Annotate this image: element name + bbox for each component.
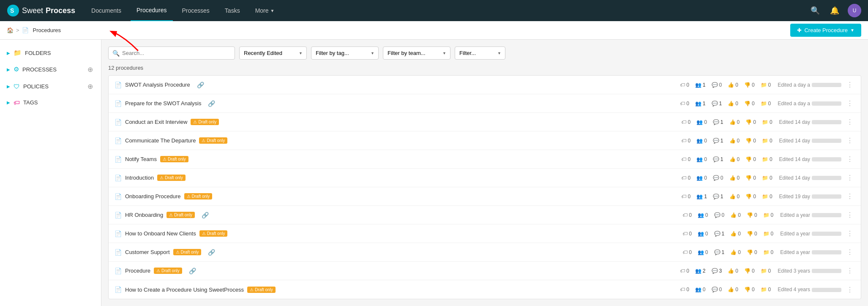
stat-likes: 👍 0 <box>728 101 738 107</box>
nav-documents[interactable]: Documents <box>85 0 127 21</box>
procedure-link-7[interactable]: HR Onboarding <box>125 212 163 218</box>
row-edited-time: Edited 19 day <box>779 194 841 199</box>
breadcrumb-home[interactable]: 🏠 <box>7 27 14 33</box>
row-title-cell: SWOT Analysis Procedure 🔗 <box>125 82 680 88</box>
row-doc-icon: 📄 <box>115 212 122 219</box>
row-menu-button[interactable]: ⋮ <box>845 80 855 90</box>
comments-stat-icon: 💬 <box>712 287 718 292</box>
create-procedure-button[interactable]: ✚ Create Procedure ▼ <box>790 24 861 37</box>
link-icon[interactable]: 🔗 <box>197 82 204 88</box>
row-menu-button[interactable]: ⋮ <box>845 210 855 220</box>
stat-comments: 💬 0 <box>712 82 722 88</box>
procedure-link-5[interactable]: Introduction <box>125 175 154 181</box>
table-row: 📄 How to Create a Procedure Using SweetP… <box>109 280 861 299</box>
dislikes-stat-icon: 👎 <box>744 268 751 274</box>
sidebar-item-policies[interactable]: ▶ 🛡 POLICIES ⊕ <box>0 78 101 95</box>
create-btn-arrow-icon: ▼ <box>850 28 854 33</box>
users-stat-count: 0 <box>705 249 708 255</box>
users-stat-icon: 👥 <box>696 194 703 199</box>
row-menu-button[interactable]: ⋮ <box>845 247 855 257</box>
create-btn-label: Create Procedure <box>804 27 848 33</box>
tag-stat-icon: 🏷 <box>680 287 685 292</box>
dislikes-stat-count: 0 <box>753 119 756 125</box>
likes-stat-icon: 👍 <box>728 82 734 88</box>
sidebar-item-folders[interactable]: ▶ 📁 FOLDERS <box>0 45 101 61</box>
procedure-link-2[interactable]: Conduct an Exit Interview <box>125 119 187 125</box>
stat-tags: 🏷 0 <box>680 287 689 292</box>
files-stat-icon: 📁 <box>762 156 768 162</box>
dislikes-stat-icon: 👎 <box>744 101 751 107</box>
users-stat-count: 0 <box>705 212 708 218</box>
sidebar-item-processes[interactable]: ▶ ⚙ PROCESSES ⊕ <box>0 61 101 78</box>
stat-files: 📁 0 <box>762 156 772 162</box>
users-stat-count: 2 <box>703 268 706 274</box>
files-stat-count: 0 <box>770 194 772 199</box>
comments-stat-count: 1 <box>722 249 725 255</box>
row-menu-button[interactable]: ⋮ <box>845 173 855 183</box>
comments-stat-count: 0 <box>722 212 725 218</box>
draft-badge: Draft only <box>247 287 276 293</box>
files-stat-icon: 📁 <box>761 101 767 107</box>
row-menu-button[interactable]: ⋮ <box>845 154 855 164</box>
stat-users: 👥 0 <box>695 287 706 292</box>
sort-select[interactable]: Recently Edited Title A-Z Title Z-A Rece… <box>239 46 307 60</box>
users-stat-icon: 👥 <box>696 175 703 181</box>
stat-comments: 💬 0 <box>713 175 723 181</box>
nav-procedures[interactable]: Procedures <box>131 0 173 21</box>
nav-processes[interactable]: Processes <box>176 0 216 21</box>
likes-stat-count: 0 <box>738 231 741 237</box>
tag-stat-icon: 🏷 <box>680 82 685 88</box>
stat-likes: 👍 0 <box>729 175 740 181</box>
row-menu-button[interactable]: ⋮ <box>845 266 855 276</box>
likes-stat-icon: 👍 <box>729 156 736 162</box>
procedure-link-4[interactable]: Notify Teams <box>125 156 157 162</box>
nav-tasks[interactable]: Tasks <box>219 0 246 21</box>
row-stats: 🏷 0 👥 1 💬 0 👍 0 👎 0 📁 0 <box>680 82 771 88</box>
stat-dislikes: 👎 0 <box>745 156 756 162</box>
user-avatar[interactable]: U <box>848 4 861 17</box>
row-menu-button[interactable]: ⋮ <box>845 136 855 145</box>
tag-stat-icon: 🏷 <box>681 156 686 162</box>
row-menu-button[interactable]: ⋮ <box>845 117 855 127</box>
procedure-link-9[interactable]: Customer Support <box>125 249 170 255</box>
stat-comments: 💬 0 <box>712 287 722 292</box>
users-stat-count: 0 <box>704 156 707 162</box>
row-menu-button[interactable]: ⋮ <box>845 285 855 295</box>
link-icon[interactable]: 🔗 <box>208 249 215 256</box>
row-edited-time: Edited a year <box>780 249 841 255</box>
tag-filter-select[interactable]: Filter by tag... <box>311 46 379 60</box>
app-logo[interactable]: S SweetProcess <box>7 4 75 17</box>
stat-likes: 👍 0 <box>730 212 741 218</box>
procedure-link-8[interactable]: How to Onboard New Clients <box>125 230 196 237</box>
procedure-link-10[interactable]: Procedure <box>125 268 150 274</box>
dislikes-stat-count: 0 <box>752 268 755 274</box>
procedure-link-11[interactable]: How to Create a Procedure Using SweetPro… <box>125 287 244 293</box>
row-menu-button[interactable]: ⋮ <box>845 98 855 108</box>
procedure-link-1[interactable]: Prepare for the SWOT Analysis <box>125 100 201 107</box>
processes-add-button[interactable]: ⊕ <box>86 65 94 74</box>
sidebar-item-tags[interactable]: ▶ 🏷 TAGS <box>0 95 101 110</box>
link-icon[interactable]: 🔗 <box>202 212 209 219</box>
row-stats: 🏷 0 👥 0 💬 0 👍 0 👎 0 📁 0 <box>682 212 773 218</box>
search-input[interactable] <box>108 46 235 60</box>
comments-stat-count: 1 <box>722 231 725 237</box>
row-menu-button[interactable]: ⋮ <box>845 191 855 201</box>
search-icon[interactable]: 🔍 <box>809 4 822 17</box>
misc-filter-select[interactable]: Filter... <box>455 46 505 60</box>
stat-tags: 🏷 0 <box>680 101 689 107</box>
row-edited-time: Edited 14 day <box>779 119 841 125</box>
notifications-icon[interactable]: 🔔 <box>828 4 841 17</box>
procedure-link-0[interactable]: SWOT Analysis Procedure <box>125 82 190 88</box>
tag-stat-count: 0 <box>686 268 689 274</box>
logo-sweet: Sweet <box>22 6 43 15</box>
procedure-link-6[interactable]: Onboarding Procedure <box>125 193 181 199</box>
edited-by-avatar <box>812 213 841 217</box>
row-menu-button[interactable]: ⋮ <box>845 229 855 238</box>
policies-add-button[interactable]: ⊕ <box>86 82 94 90</box>
procedure-link-3[interactable]: Communicate The Departure <box>125 137 196 144</box>
table-row: 📄 Notify Teams Draft only 🏷 0 👥 0 💬 1 👍 … <box>109 150 861 169</box>
link-icon[interactable]: 🔗 <box>208 100 215 107</box>
link-icon[interactable]: 🔗 <box>189 268 196 274</box>
team-filter-select[interactable]: Filter by team... <box>383 46 450 60</box>
nav-more[interactable]: More ▼ <box>249 0 281 21</box>
